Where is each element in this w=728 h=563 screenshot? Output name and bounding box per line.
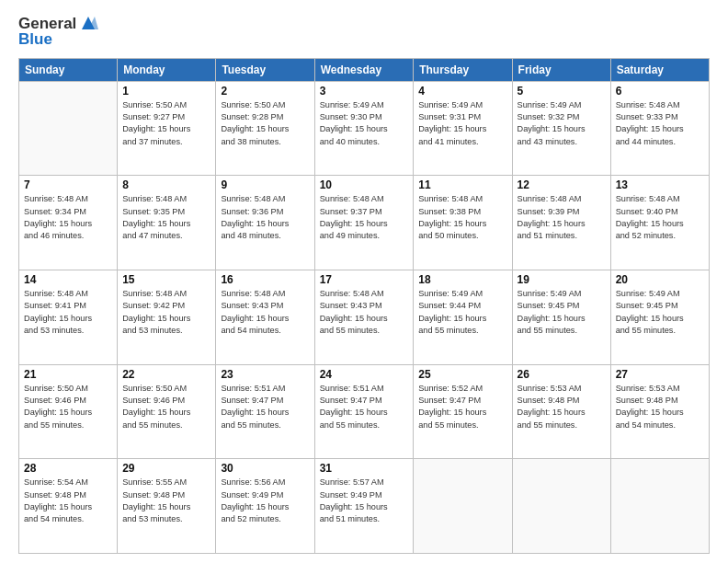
day-number: 14 xyxy=(24,273,112,286)
day-number: 24 xyxy=(320,368,409,381)
day-info: Sunrise: 5:55 AM Sunset: 9:48 PM Dayligh… xyxy=(122,477,210,525)
calendar-cell: 7Sunrise: 5:48 AM Sunset: 9:34 PM Daylig… xyxy=(19,176,118,270)
weekday-sunday: Sunday xyxy=(19,58,118,81)
calendar-week-4: 21Sunrise: 5:50 AM Sunset: 9:46 PM Dayli… xyxy=(19,364,710,459)
calendar-cell: 31Sunrise: 5:57 AM Sunset: 9:49 PM Dayli… xyxy=(314,459,414,554)
day-number: 3 xyxy=(320,85,409,98)
calendar-cell: 14Sunrise: 5:48 AM Sunset: 9:41 PM Dayli… xyxy=(19,270,118,365)
day-number: 2 xyxy=(221,85,309,98)
calendar-cell: 8Sunrise: 5:48 AM Sunset: 9:35 PM Daylig… xyxy=(118,176,216,270)
day-number: 18 xyxy=(418,273,506,286)
logo: General Blue xyxy=(18,15,98,49)
day-number: 11 xyxy=(418,178,506,191)
calendar-cell xyxy=(414,459,512,554)
day-number: 22 xyxy=(122,368,210,381)
day-info: Sunrise: 5:48 AM Sunset: 9:39 PM Dayligh… xyxy=(518,193,606,242)
day-number: 29 xyxy=(122,462,210,475)
weekday-friday: Friday xyxy=(512,58,610,81)
day-number: 31 xyxy=(320,462,409,475)
day-number: 17 xyxy=(320,273,409,286)
calendar-body: 1Sunrise: 5:50 AM Sunset: 9:27 PM Daylig… xyxy=(19,81,710,553)
logo-icon xyxy=(78,13,98,33)
day-info: Sunrise: 5:49 AM Sunset: 9:44 PM Dayligh… xyxy=(418,288,506,337)
calendar-cell: 15Sunrise: 5:48 AM Sunset: 9:42 PM Dayli… xyxy=(118,270,216,365)
day-info: Sunrise: 5:50 AM Sunset: 9:46 PM Dayligh… xyxy=(122,383,210,431)
day-number: 7 xyxy=(24,178,112,191)
day-info: Sunrise: 5:48 AM Sunset: 9:36 PM Dayligh… xyxy=(221,193,309,242)
day-number: 1 xyxy=(122,85,210,98)
day-info: Sunrise: 5:51 AM Sunset: 9:47 PM Dayligh… xyxy=(320,383,409,431)
calendar-cell: 6Sunrise: 5:48 AM Sunset: 9:33 PM Daylig… xyxy=(610,81,709,176)
calendar-cell: 10Sunrise: 5:48 AM Sunset: 9:37 PM Dayli… xyxy=(314,176,414,270)
day-info: Sunrise: 5:50 AM Sunset: 9:46 PM Dayligh… xyxy=(24,383,112,431)
calendar-cell: 5Sunrise: 5:49 AM Sunset: 9:32 PM Daylig… xyxy=(512,81,610,176)
calendar-week-2: 7Sunrise: 5:48 AM Sunset: 9:34 PM Daylig… xyxy=(19,176,710,270)
calendar-cell: 9Sunrise: 5:48 AM Sunset: 9:36 PM Daylig… xyxy=(216,176,314,270)
calendar-cell: 16Sunrise: 5:48 AM Sunset: 9:43 PM Dayli… xyxy=(216,270,314,365)
day-info: Sunrise: 5:54 AM Sunset: 9:48 PM Dayligh… xyxy=(24,477,112,525)
day-number: 6 xyxy=(616,85,704,98)
day-info: Sunrise: 5:57 AM Sunset: 9:49 PM Dayligh… xyxy=(320,477,409,525)
calendar-week-3: 14Sunrise: 5:48 AM Sunset: 9:41 PM Dayli… xyxy=(19,270,710,365)
day-info: Sunrise: 5:49 AM Sunset: 9:30 PM Dayligh… xyxy=(320,99,409,148)
day-info: Sunrise: 5:50 AM Sunset: 9:28 PM Dayligh… xyxy=(221,99,309,148)
day-info: Sunrise: 5:49 AM Sunset: 9:32 PM Dayligh… xyxy=(518,99,606,148)
day-info: Sunrise: 5:56 AM Sunset: 9:49 PM Dayligh… xyxy=(221,477,309,525)
day-info: Sunrise: 5:49 AM Sunset: 9:45 PM Dayligh… xyxy=(518,288,606,337)
calendar-cell: 18Sunrise: 5:49 AM Sunset: 9:44 PM Dayli… xyxy=(414,270,512,365)
day-info: Sunrise: 5:53 AM Sunset: 9:48 PM Dayligh… xyxy=(518,383,606,431)
calendar-cell xyxy=(512,459,610,554)
day-info: Sunrise: 5:48 AM Sunset: 9:37 PM Dayligh… xyxy=(320,193,409,242)
day-number: 27 xyxy=(616,368,704,381)
calendar-cell: 2Sunrise: 5:50 AM Sunset: 9:28 PM Daylig… xyxy=(216,81,314,176)
day-number: 15 xyxy=(122,273,210,286)
calendar-cell: 12Sunrise: 5:48 AM Sunset: 9:39 PM Dayli… xyxy=(512,176,610,270)
day-info: Sunrise: 5:49 AM Sunset: 9:31 PM Dayligh… xyxy=(418,99,506,148)
calendar-cell: 28Sunrise: 5:54 AM Sunset: 9:48 PM Dayli… xyxy=(19,459,118,554)
day-number: 21 xyxy=(24,368,112,381)
day-number: 13 xyxy=(616,178,704,191)
day-info: Sunrise: 5:53 AM Sunset: 9:48 PM Dayligh… xyxy=(616,383,704,431)
calendar-cell: 20Sunrise: 5:49 AM Sunset: 9:45 PM Dayli… xyxy=(610,270,709,365)
calendar-cell: 25Sunrise: 5:52 AM Sunset: 9:47 PM Dayli… xyxy=(414,364,512,459)
calendar-cell xyxy=(19,81,118,176)
calendar-cell: 21Sunrise: 5:50 AM Sunset: 9:46 PM Dayli… xyxy=(19,364,118,459)
calendar-cell: 17Sunrise: 5:48 AM Sunset: 9:43 PM Dayli… xyxy=(314,270,414,365)
day-number: 9 xyxy=(221,178,309,191)
day-info: Sunrise: 5:50 AM Sunset: 9:27 PM Dayligh… xyxy=(122,99,210,148)
day-number: 16 xyxy=(221,273,309,286)
day-info: Sunrise: 5:48 AM Sunset: 9:38 PM Dayligh… xyxy=(418,193,506,242)
day-info: Sunrise: 5:51 AM Sunset: 9:47 PM Dayligh… xyxy=(221,383,309,431)
day-number: 25 xyxy=(418,368,506,381)
day-info: Sunrise: 5:48 AM Sunset: 9:41 PM Dayligh… xyxy=(24,288,112,337)
day-info: Sunrise: 5:48 AM Sunset: 9:34 PM Dayligh… xyxy=(24,193,112,242)
day-info: Sunrise: 5:48 AM Sunset: 9:33 PM Dayligh… xyxy=(616,99,704,148)
day-number: 30 xyxy=(221,462,309,475)
calendar: SundayMondayTuesdayWednesdayThursdayFrid… xyxy=(18,58,710,554)
day-info: Sunrise: 5:48 AM Sunset: 9:43 PM Dayligh… xyxy=(221,288,309,337)
day-number: 8 xyxy=(122,178,210,191)
weekday-tuesday: Tuesday xyxy=(216,58,314,81)
page-header: General Blue xyxy=(18,15,710,49)
calendar-week-1: 1Sunrise: 5:50 AM Sunset: 9:27 PM Daylig… xyxy=(19,81,710,176)
day-number: 10 xyxy=(320,178,409,191)
calendar-cell: 19Sunrise: 5:49 AM Sunset: 9:45 PM Dayli… xyxy=(512,270,610,365)
day-info: Sunrise: 5:49 AM Sunset: 9:45 PM Dayligh… xyxy=(616,288,704,337)
day-info: Sunrise: 5:48 AM Sunset: 9:43 PM Dayligh… xyxy=(320,288,409,337)
weekday-thursday: Thursday xyxy=(414,58,512,81)
day-number: 26 xyxy=(518,368,606,381)
calendar-cell: 1Sunrise: 5:50 AM Sunset: 9:27 PM Daylig… xyxy=(118,81,216,176)
calendar-cell: 27Sunrise: 5:53 AM Sunset: 9:48 PM Dayli… xyxy=(610,364,709,459)
calendar-cell: 13Sunrise: 5:48 AM Sunset: 9:40 PM Dayli… xyxy=(610,176,709,270)
calendar-cell xyxy=(610,459,709,554)
day-info: Sunrise: 5:48 AM Sunset: 9:35 PM Dayligh… xyxy=(122,193,210,242)
day-number: 19 xyxy=(518,273,606,286)
day-number: 5 xyxy=(518,85,606,98)
calendar-cell: 24Sunrise: 5:51 AM Sunset: 9:47 PM Dayli… xyxy=(314,364,414,459)
day-number: 12 xyxy=(518,178,606,191)
calendar-cell: 11Sunrise: 5:48 AM Sunset: 9:38 PM Dayli… xyxy=(414,176,512,270)
calendar-cell: 30Sunrise: 5:56 AM Sunset: 9:49 PM Dayli… xyxy=(216,459,314,554)
day-info: Sunrise: 5:52 AM Sunset: 9:47 PM Dayligh… xyxy=(418,383,506,431)
calendar-cell: 23Sunrise: 5:51 AM Sunset: 9:47 PM Dayli… xyxy=(216,364,314,459)
day-number: 4 xyxy=(418,85,506,98)
